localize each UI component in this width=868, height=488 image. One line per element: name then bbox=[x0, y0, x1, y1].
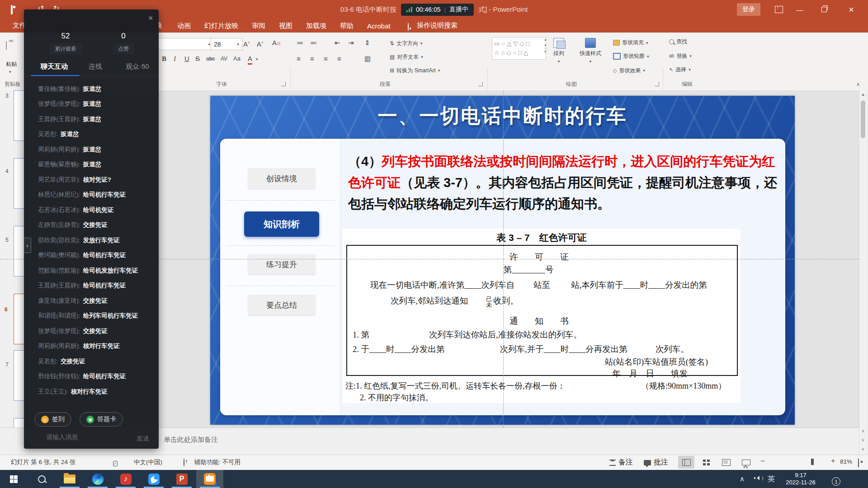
zoom-in-icon[interactable]: + bbox=[831, 457, 835, 465]
font-dialog-launcher-icon[interactable] bbox=[281, 82, 286, 86]
align-center-icon[interactable]: ≡ bbox=[310, 54, 314, 63]
notes-placeholder[interactable]: 单击此处添加备注 bbox=[164, 436, 218, 444]
scroll-up-icon[interactable]: ▲ bbox=[859, 92, 867, 97]
chat-close-icon[interactable]: × bbox=[148, 14, 153, 23]
slide-menu-chuangshe[interactable]: 创设情境 bbox=[248, 168, 316, 189]
line-spacing-icon[interactable]: ⇕ bbox=[364, 38, 370, 47]
slide-thumbnail[interactable] bbox=[14, 226, 24, 277]
shapes-row[interactable]: ☆⌂◇○□△ bbox=[494, 48, 544, 57]
volume-icon[interactable] bbox=[754, 476, 757, 484]
select-button[interactable]: ↖选择▾ bbox=[669, 65, 691, 74]
bullets-icon[interactable]: ≔ bbox=[297, 38, 303, 47]
normal-view-button[interactable] bbox=[678, 456, 694, 469]
text-direction-button[interactable]: ⇅文字方向▾ bbox=[390, 39, 423, 48]
scroll-down-icon[interactable]: ∨ bbox=[859, 437, 867, 442]
shapes-gallery-scroll[interactable]: ▴▾▾ bbox=[544, 37, 547, 54]
input-language-indicator[interactable]: 英 bbox=[768, 474, 775, 484]
slide-thumbnail[interactable] bbox=[14, 158, 24, 209]
tell-me-search[interactable]: 操作说明搜索 bbox=[417, 21, 458, 30]
taskbar-netease-music[interactable]: ♪ bbox=[112, 470, 139, 488]
collapse-ribbon-icon[interactable]: ∧ bbox=[856, 81, 860, 87]
change-case-icon[interactable]: Aa bbox=[233, 54, 241, 63]
thumbnail-number[interactable]: 5 bbox=[5, 237, 9, 243]
shrink-font-icon[interactable]: A˅ bbox=[257, 38, 264, 49]
decrease-indent-icon[interactable]: ⇤ bbox=[335, 38, 340, 47]
vertical-guide[interactable] bbox=[503, 90, 504, 455]
slide-thumbnail[interactable] bbox=[14, 90, 24, 141]
thumbnail-number[interactable]: 7 bbox=[5, 361, 9, 368]
clear-formatting-icon[interactable]: A bbox=[272, 38, 280, 47]
answer-card-button[interactable]: ▣答题卡 bbox=[80, 412, 123, 427]
align-text-button[interactable]: ▤对齐文本▾ bbox=[390, 52, 423, 61]
find-button[interactable]: 查找 bbox=[669, 38, 687, 46]
thumbnail-number-current[interactable]: 6 bbox=[5, 306, 8, 313]
send-button[interactable]: 发送 bbox=[137, 435, 149, 443]
justify-icon[interactable]: ≡ bbox=[337, 54, 341, 63]
ribbon-tab[interactable]: 动画 bbox=[177, 22, 191, 30]
slide-thumbnail[interactable] bbox=[14, 350, 24, 401]
notes-toggle[interactable]: 备注 bbox=[609, 458, 633, 467]
chat-tab-connect[interactable]: 连线 bbox=[89, 62, 102, 71]
paste-button[interactable]: 粘贴 bbox=[6, 61, 17, 68]
slide-thumbnail-current[interactable] bbox=[14, 294, 24, 344]
accessibility-status[interactable]: 辅助功能: 不可用 bbox=[194, 458, 241, 466]
taskbar-edge[interactable] bbox=[84, 470, 111, 488]
align-left-icon[interactable]: ≡ bbox=[297, 54, 301, 63]
zoom-slider-thumb[interactable] bbox=[811, 459, 814, 465]
slideshow-view-button[interactable] bbox=[738, 456, 754, 469]
tray-expand-icon[interactable]: ∧ bbox=[740, 475, 745, 483]
increase-indent-icon[interactable]: ⇥ bbox=[348, 38, 354, 47]
slide-body-text[interactable]: （4）列车按书面联络法或按时间间隔法运行时，进入区间的行车凭证为红色许可证（见表… bbox=[348, 151, 778, 215]
previous-slide-icon[interactable]: ∧ bbox=[859, 428, 867, 433]
ribbon-tab[interactable]: 审阅 bbox=[252, 22, 265, 30]
italic-icon[interactable]: I bbox=[174, 54, 176, 63]
slide-sorter-view-button[interactable] bbox=[698, 456, 714, 469]
shapes-row[interactable]: ▭○△▽◇□ bbox=[494, 39, 544, 48]
paste-icon[interactable] bbox=[6, 42, 7, 50]
ribbon-tab[interactable]: 视图 bbox=[279, 22, 292, 30]
slide-menu-zhishi-active[interactable]: 知识剖析 bbox=[244, 211, 319, 237]
taskbar-explorer[interactable] bbox=[56, 470, 83, 488]
taskbar-live-app[interactable] bbox=[196, 470, 223, 488]
ribbon-tab[interactable]: Acrobat bbox=[367, 22, 391, 30]
vertical-scrollbar[interactable] bbox=[859, 90, 868, 455]
zoom-out-icon[interactable]: − bbox=[760, 457, 765, 466]
underline-icon[interactable]: U bbox=[184, 54, 189, 63]
thumbnail-number[interactable]: 4 bbox=[5, 168, 9, 174]
close-icon[interactable]: × bbox=[841, 0, 862, 19]
taskbar-powerpoint[interactable]: P bbox=[168, 470, 195, 488]
reading-view-button[interactable] bbox=[718, 456, 734, 469]
slide-title[interactable]: 一、一切电话中断时的行车 bbox=[210, 103, 795, 129]
chat-tab-audience[interactable]: 观众·50 bbox=[126, 62, 149, 71]
chat-message-list[interactable]: 董佳楠(董佳楠): 扳道岔 张梦瑶(张梦瑶): 扳道岔 王晨静(王晨静): 扳道… bbox=[38, 81, 155, 399]
next-slide-icon[interactable]: ∨ bbox=[859, 446, 867, 451]
paragraph-dialog-launcher-icon[interactable] bbox=[478, 82, 483, 86]
font-color-icon[interactable]: A bbox=[248, 54, 252, 65]
replace-button[interactable]: ab替换▾ bbox=[669, 52, 692, 61]
ribbon-tab[interactable]: 帮助 bbox=[340, 22, 354, 30]
slide-counter[interactable]: 幻灯片 第 6 张, 共 24 张 bbox=[11, 458, 75, 466]
shapes-gallery[interactable]: ▭○△▽◇□ ☆⌂◇○□△ bbox=[492, 37, 546, 60]
taskbar-dingtalk[interactable] bbox=[140, 470, 167, 488]
zoom-percentage[interactable]: 81% bbox=[840, 458, 852, 465]
chat-collapse-handle[interactable]: › bbox=[24, 238, 31, 253]
chat-message-input[interactable] bbox=[45, 433, 124, 441]
restore-icon[interactable] bbox=[814, 0, 835, 19]
font-name-combo[interactable]: ▾ bbox=[154, 38, 213, 50]
accessibility-icon[interactable] bbox=[184, 459, 184, 467]
text-shadow-icon[interactable]: abc bbox=[206, 54, 215, 63]
ribbon-display-options-icon[interactable] bbox=[769, 0, 789, 19]
taskbar-search[interactable] bbox=[28, 470, 55, 488]
minimize-icon[interactable]: — bbox=[789, 0, 810, 19]
ribbon-tab[interactable]: 加载项 bbox=[306, 22, 326, 30]
chat-tab-interaction[interactable]: 聊天互动 bbox=[41, 62, 68, 71]
shape-fill-button[interactable]: 形状填充▾ bbox=[613, 39, 648, 47]
font-size-combo[interactable]: 28▾ bbox=[211, 38, 242, 50]
fit-to-window-icon[interactable] bbox=[858, 459, 859, 467]
comments-toggle[interactable]: 批注 bbox=[644, 458, 668, 467]
ribbon-tab[interactable]: 幻灯片放映 bbox=[204, 22, 238, 30]
shape-effects-button[interactable]: ◇形状效果▾ bbox=[613, 66, 645, 75]
start-button[interactable] bbox=[0, 470, 27, 488]
sign-in-button[interactable]: ◎签到 bbox=[34, 412, 71, 427]
arrange-button[interactable]: 排列▾ bbox=[553, 38, 564, 64]
